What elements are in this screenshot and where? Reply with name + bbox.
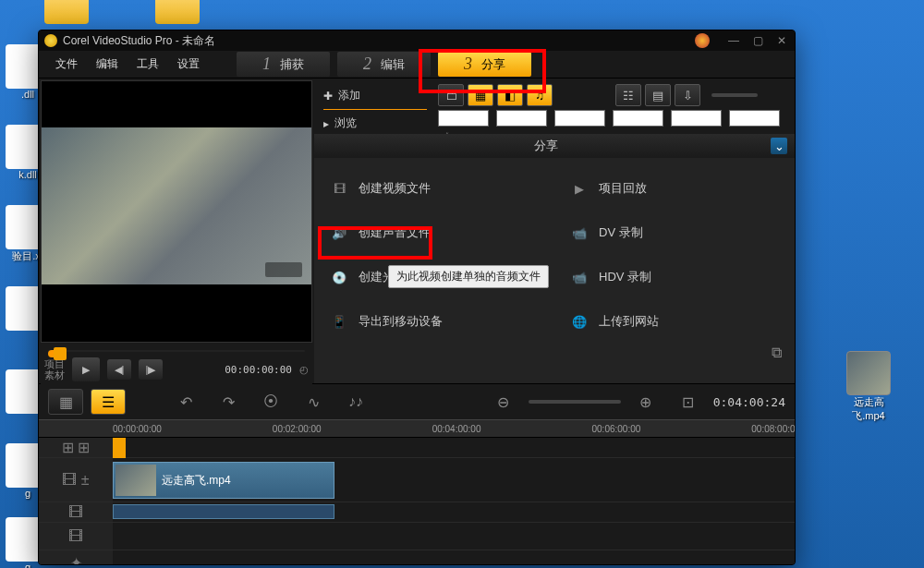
audio-waveform[interactable] — [113, 504, 334, 519]
share-header: 分享 ⌄ — [314, 134, 795, 158]
desktop-video-file[interactable]: 远走高飞.mp4 — [841, 351, 896, 423]
library-thumbs — [438, 110, 789, 127]
audio-icon: 🔊 — [329, 223, 349, 243]
fit-button[interactable]: ⊡ — [671, 389, 706, 415]
library-browse[interactable]: ▸浏览 — [320, 112, 431, 135]
zoom-out-button[interactable]: ⊖ — [486, 389, 521, 415]
close-button[interactable]: ✕ — [774, 33, 789, 48]
menu-tools[interactable]: 工具 — [128, 53, 168, 76]
lib-thumb[interactable] — [613, 110, 663, 127]
next-frame-button[interactable]: |▶ — [139, 359, 163, 380]
globe-icon: 🌐 — [569, 311, 590, 332]
play-button[interactable]: ▶ — [72, 357, 100, 381]
lib-image-button[interactable]: ◧ — [497, 84, 523, 106]
plus-icon: ✚ — [323, 90, 333, 103]
lib-import-button[interactable]: ⇩ — [675, 84, 700, 106]
scrubber[interactable] — [48, 350, 305, 352]
timeline-ruler[interactable]: 00:00:00:00 00:02:00:00 00:04:00:00 00:0… — [39, 419, 795, 438]
create-sound-file[interactable]: 🔊创建声音文件 — [323, 219, 545, 247]
desktop-folder[interactable] — [39, 0, 94, 24]
video-clip[interactable]: 远走高飞.mp4 — [113, 462, 334, 499]
repeat-icon[interactable]: ⧉ — [772, 344, 782, 361]
lib-folder-button[interactable]: 🗀 — [438, 84, 464, 106]
undo-button[interactable]: ↶ — [168, 389, 203, 415]
overlay-track[interactable] — [113, 502, 795, 522]
maximize-button[interactable]: ▢ — [750, 33, 765, 48]
voice-track[interactable] — [113, 550, 795, 565]
zoom-in-button[interactable]: ⊕ — [628, 389, 663, 415]
track-head-overlay[interactable]: 🎞 — [39, 502, 113, 522]
share-title: 分享 — [322, 138, 771, 154]
menubar: 文件 编辑 工具 设置 1捕获 2编辑 3分享 — [39, 51, 795, 79]
prev-frame-button[interactable]: ◀| — [107, 359, 131, 380]
auto-music-button[interactable]: ♪♪ — [338, 389, 373, 415]
upload-web[interactable]: 🌐上传到网站 — [564, 308, 785, 335]
track-head-video[interactable]: 🎞 ± — [39, 458, 113, 502]
preview-panel: ⧉ 项目 素材 ▶ ◀| |▶ 00:00:00:00 ◴ — [39, 79, 314, 383]
lib-thumb[interactable] — [554, 110, 605, 127]
track-head-marker[interactable]: ⊞ ⊞ — [39, 438, 113, 457]
lib-video-button[interactable]: ▦ — [468, 84, 493, 106]
minimize-button[interactable]: — — [726, 33, 741, 48]
timeline-panel: ▦ ☰ ↶ ↷ ⦿ ∿ ♪♪ ⊖ ⊕ ⊡ 0:04:00:24 00:00:00… — [39, 383, 795, 565]
mode-material[interactable]: 素材 — [44, 369, 65, 381]
about-icon[interactable] — [695, 33, 710, 48]
timeline-tracks: ⊞ ⊞ 🎞 ± 远走高飞.mp4 🎞 — [39, 438, 795, 565]
project-playback[interactable]: ▶项目回放 — [564, 175, 785, 202]
expand-button[interactable]: ⌄ — [771, 138, 787, 154]
menu-edit[interactable]: 编辑 — [87, 53, 128, 76]
playhead[interactable] — [113, 438, 126, 458]
videostudio-window: Corel VideoStudio Pro - 未命名 — ▢ ✕ 文件 编辑 … — [38, 30, 796, 565]
timeline-toolbar: ▦ ☰ ↶ ↷ ⦿ ∿ ♪♪ ⊖ ⊕ ⊡ 0:04:00:24 — [39, 384, 795, 419]
preview-viewport[interactable] — [41, 80, 312, 343]
lib-sort-button[interactable]: ▤ — [645, 84, 671, 106]
create-disc[interactable]: 💿创建光盘 为此视频创建单独的音频文件 — [323, 263, 545, 291]
clip-thumbnail — [116, 465, 156, 496]
lib-thumb[interactable] — [671, 110, 722, 127]
app-icon — [44, 34, 57, 47]
lib-audio-button[interactable]: ♫ — [527, 84, 553, 106]
timeline-view-button[interactable]: ☰ — [91, 389, 126, 415]
timecode: 00:00:00:00 — [225, 364, 292, 376]
marker-track[interactable] — [113, 438, 795, 457]
titlebar: Corel VideoStudio Pro - 未命名 — ▢ ✕ — [39, 30, 795, 51]
right-panel: ✚添加 ▸浏览 🗀 ▦ ◧ ♫ ☷ ▤ ⇩ — [314, 79, 795, 383]
timeline-duration: 0:04:00:24 — [713, 395, 785, 409]
create-video-file[interactable]: 🎞创建视频文件 — [323, 175, 545, 202]
lib-thumb[interactable] — [496, 110, 547, 127]
redo-button[interactable]: ↷ — [211, 389, 246, 415]
lib-thumb[interactable] — [438, 110, 489, 127]
title-track[interactable] — [113, 523, 795, 550]
lib-thumb[interactable] — [729, 110, 780, 127]
dv-record[interactable]: 📹DV 录制 — [564, 219, 785, 247]
menu-file[interactable]: 文件 — [46, 53, 87, 76]
record-button[interactable]: ⦿ — [253, 389, 288, 415]
hdv-record[interactable]: 📹HDV 录制 — [564, 263, 785, 291]
reel-icon: ▶ — [569, 178, 590, 199]
step-share[interactable]: 3分享 — [438, 52, 531, 77]
menu-settings[interactable]: 设置 — [168, 53, 209, 76]
sound-mixer-button[interactable]: ∿ — [296, 389, 331, 415]
export-mobile[interactable]: 📱导出到移动设备 — [323, 308, 545, 335]
transport-bar: ⧉ 项目 素材 ▶ ◀| |▶ 00:00:00:00 ◴ — [41, 343, 312, 385]
mobile-icon: 📱 — [329, 311, 349, 332]
lib-zoom-slider[interactable] — [711, 93, 758, 97]
video-track[interactable]: 远走高飞.mp4 — [113, 458, 795, 502]
lib-view-button[interactable]: ☷ — [615, 84, 641, 106]
storyboard-view-button[interactable]: ▦ — [48, 389, 83, 415]
disc-icon: 💿 — [329, 267, 349, 287]
film-icon: 🎞 — [329, 178, 349, 199]
preview-image — [42, 127, 311, 284]
track-head-title[interactable]: 🎞 — [39, 523, 113, 550]
step-capture[interactable]: 1捕获 — [237, 52, 330, 77]
app-title: Corel VideoStudio Pro - 未命名 — [63, 33, 215, 49]
clip-name: 远走高飞.mp4 — [162, 473, 231, 489]
step-edit[interactable]: 2编辑 — [337, 52, 431, 77]
library-add[interactable]: ✚添加 — [320, 84, 431, 107]
share-body: 🎞创建视频文件 🔊创建声音文件 💿创建光盘 为此视频创建单独的音频文件 📱导出到… — [314, 158, 795, 383]
camera-icon: 📹 — [569, 267, 590, 287]
track-head-voice[interactable]: ✦ — [39, 550, 113, 565]
camera-icon: 📹 — [569, 223, 590, 243]
zoom-slider[interactable] — [529, 400, 621, 404]
desktop-folder[interactable] — [150, 0, 205, 24]
